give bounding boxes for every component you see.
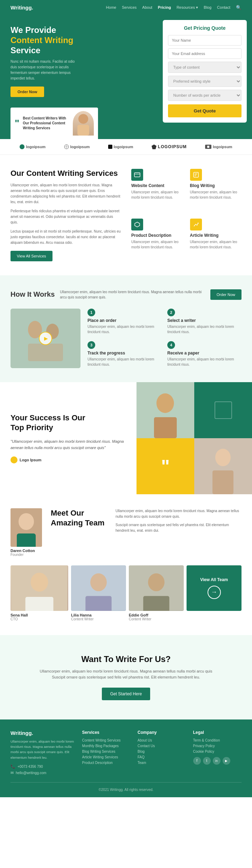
linkedin-icon[interactable]: in (213, 757, 220, 765)
person-thumbnail (73, 111, 94, 136)
service-card-product: Product Description Ullamcorper enim, al… (131, 219, 183, 261)
website-icon (131, 169, 143, 181)
priority-text: Your Success Is Our Top Priority "Ullamc… (0, 382, 136, 494)
footer-services-col: Services Content Writing Services Monthl… (82, 730, 131, 775)
write-description: Ullamcorper enim, aliquam leo morbi lore… (38, 668, 214, 681)
how-video-thumbnail[interactable]: ▶ (10, 309, 80, 368)
nav-blog[interactable]: Blog (204, 5, 211, 9)
hero-order-button[interactable]: Order Now (10, 87, 44, 97)
pricing-email-input[interactable] (168, 48, 241, 59)
step-1: 1 Place an order Ullamcorper enim, aliqu… (88, 309, 162, 336)
hero-title-highlight: Content Writing (10, 35, 74, 45)
nav-about[interactable]: About (142, 5, 152, 9)
navigation: Writingg. Home Services About Pricing Re… (0, 0, 252, 15)
get-quote-button[interactable]: Get Quote (168, 104, 241, 117)
step-4-title: Receive a paper (167, 351, 241, 356)
priority-logo-text: Logo Ipsum (20, 458, 41, 462)
footer-link-aws[interactable]: Article Writing Services (82, 755, 131, 759)
team-desc-2: Suscipit ornare quis scelerisque sed fel… (115, 522, 241, 533)
write-section: Want To Write For Us? Ullamcorper enim, … (0, 635, 252, 719)
view-all-team-block[interactable]: View All Team → (184, 565, 241, 621)
svg-point-12 (197, 223, 198, 224)
nav-contact[interactable]: Contact (217, 5, 230, 9)
footer-link-pd[interactable]: Product Description (82, 761, 131, 765)
priority-accent-block (194, 382, 252, 438)
footer-link-cookie[interactable]: Cookie Policy (193, 750, 241, 753)
step-3: 3 Track the progress Ullamcorper enim, a… (88, 341, 162, 368)
service-website-title: Website Content (131, 183, 183, 188)
step-3-desc: Ullamcorper enim, aliquam leo morbi lore… (88, 357, 162, 367)
team-description: Ullamcorper enim, aliquam leo morbi lore… (115, 508, 241, 533)
footer-link-contact[interactable]: Contact Us (138, 744, 186, 748)
pricing-title: Get Pricing Quote (168, 25, 241, 31)
nav-home[interactable]: Home (106, 5, 116, 9)
view-all-services-button[interactable]: View All Services (10, 251, 52, 261)
service-article-desc: Ullamcorper enim, aliquam leo morbi lore… (190, 239, 242, 250)
pricing-name-input[interactable] (168, 35, 241, 46)
priority-title-line2: Top Priority (10, 423, 53, 432)
nav-pricing[interactable]: Pricing (158, 5, 171, 9)
footer-brand-desc: Ullamcorper enim, aliquam leo morbi lore… (10, 739, 75, 760)
founder-role: Founder (10, 553, 42, 557)
footer-brand-col: Writingg. Ullamcorper enim, aliquam leo … (10, 730, 75, 775)
pricing-words-select[interactable]: Number of words per article (168, 90, 241, 101)
step-1-desc: Ullamcorper enim, aliquam leo morbi lore… (88, 324, 162, 335)
hero-title-line3: Service (10, 46, 40, 55)
pricing-style-select[interactable]: Preferred writing style (168, 76, 241, 87)
footer-link-about[interactable]: About Us (138, 738, 186, 742)
svg-marker-11 (135, 222, 140, 227)
hero-best-writers-card: " Best Content Writers With Our Professi… (10, 108, 98, 139)
footer-company-col: Company About Us Contact Us Blog FAQ Tea… (138, 730, 186, 775)
hero-best-writers-text: Best Content Writers With Our Profession… (23, 116, 69, 131)
footer-link-privacy[interactable]: Privacy Policy (193, 744, 241, 748)
view-all-team-button[interactable]: View All Team → (187, 565, 241, 611)
nav-logo[interactable]: Writingg. (10, 5, 33, 11)
footer-company-title: Company (138, 730, 186, 735)
services-desc-3: Lectus ipsaque ed in sit morbi sit morbi… (10, 229, 121, 246)
svg-point-19 (156, 393, 174, 413)
footer-link-cws[interactable]: Content Writing Services (82, 738, 131, 742)
svg-rect-20 (154, 417, 177, 438)
twitter-icon[interactable]: t (203, 757, 211, 765)
facebook-icon[interactable]: f (193, 757, 201, 765)
footer-link-team[interactable]: Team (138, 761, 186, 765)
step-2-desc: Ullamcorper enim, aliquam leo morbi lore… (167, 324, 241, 335)
svg-point-25 (19, 513, 34, 530)
logo-1: logoipsum (20, 144, 46, 149)
priority-section: Your Success Is Our Top Priority "Ullamc… (0, 382, 252, 494)
nav-resources[interactable]: Resources ▾ (176, 5, 198, 10)
search-icon[interactable]: 🔍 (236, 5, 241, 10)
nav-services[interactable]: Services (122, 5, 136, 9)
footer-link-faq[interactable]: FAQ (138, 755, 186, 759)
svg-rect-1 (77, 125, 89, 136)
priority-logo: Logo Ipsum (10, 456, 126, 463)
svg-rect-35 (143, 596, 169, 611)
get-started-button[interactable]: Get Started Here (102, 688, 150, 700)
team-title: Meet Our Amazing Team (51, 508, 107, 528)
step-2-number: 2 (167, 309, 175, 316)
how-steps: 1 Place an order Ullamcorper enim, aliqu… (88, 309, 241, 368)
how-title: How It Works (10, 290, 55, 298)
footer-link-mbp[interactable]: Monthly Blog Packages (82, 744, 131, 748)
footer-link-terms[interactable]: Term & Condition (193, 738, 241, 742)
hero-section: We Provide Content Writing Service Nunc … (0, 15, 158, 139)
youtube-icon[interactable]: ▶ (223, 757, 230, 765)
team-founder-block: Daren Cotton Founder (10, 508, 42, 557)
step-4-number: 4 (167, 341, 175, 349)
service-product-title: Product Description (131, 233, 183, 238)
step-2-title: Select a writer (167, 318, 241, 323)
service-card-blog: Blog Writing Ullamcorper enim, aliquam l… (190, 169, 242, 212)
footer-link-blog[interactable]: Blog (138, 750, 186, 753)
footer-legal-title: Legal (193, 730, 241, 735)
footer-link-bws[interactable]: Blog Writing Services (82, 750, 131, 753)
footer-email: ✉ hello@writingg.com (10, 771, 75, 775)
hero-pricing-row: We Provide Content Writing Service Nunc … (0, 15, 252, 139)
priority-quote-block: " (136, 438, 194, 494)
member-3-role: Content Writer (129, 617, 184, 621)
pricing-content-select[interactable]: Type of content (168, 62, 241, 73)
how-order-button[interactable]: Order Now (210, 289, 241, 300)
nav-links: Home Services About Pricing Resources ▾ … (106, 5, 241, 10)
step-3-title: Track the progress (88, 351, 162, 356)
view-all-team-label[interactable]: View All Team (200, 577, 228, 582)
logo-2: logoipsum (64, 144, 90, 149)
